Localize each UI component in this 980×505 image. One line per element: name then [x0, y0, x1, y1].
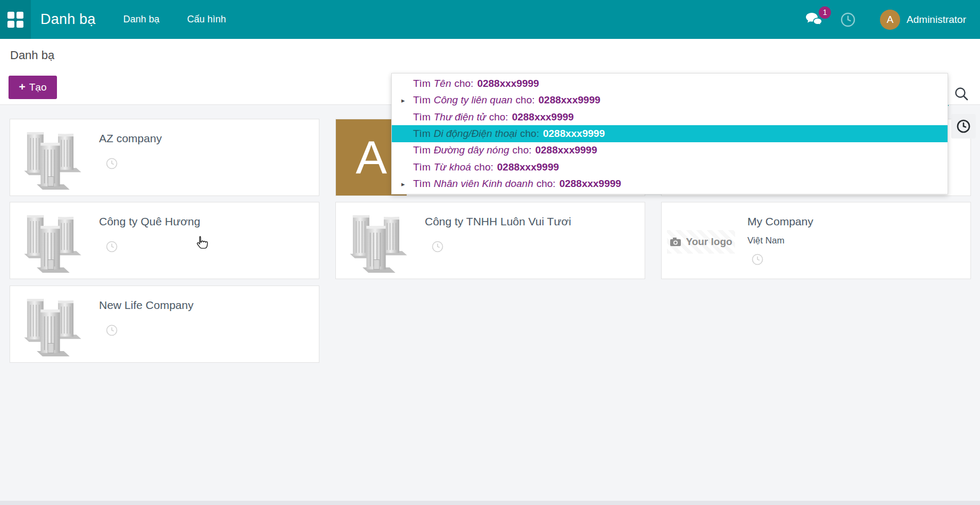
apps-menu-button[interactable]	[0, 0, 31, 39]
app-title: Danh bạ	[31, 11, 109, 28]
contact-name: Công ty Quê Hương	[99, 215, 200, 228]
messages-button[interactable]: 1	[804, 12, 823, 28]
contact-name: My Company	[747, 215, 813, 228]
activities-systray-button[interactable]	[839, 11, 857, 28]
messages-badge: 1	[819, 6, 831, 19]
suggestion-di-dong-dien-thoai-highlighted[interactable]: Tìm Di động/Điện thoại cho: 0288xxx9999	[392, 125, 948, 142]
nav-menu-danh-ba[interactable]: Danh bạ	[109, 0, 173, 39]
top-navbar: Danh bạ Danh bạ Cấu hình 1 A Administrat…	[0, 0, 980, 39]
contact-name: AZ company	[99, 132, 162, 145]
contact-card-new-life[interactable]: New Life Company	[10, 286, 319, 363]
suggestion-nhan-vien-kinh-doanh[interactable]: ▸ Tìm Nhân viên Kinh doanh cho: 0288xxx9…	[392, 176, 948, 192]
expand-arrow-icon[interactable]: ▸	[401, 96, 413, 104]
company-buildings-image	[343, 207, 414, 275]
breadcrumb: Danh bạ	[10, 48, 54, 62]
activity-clock-icon[interactable]	[106, 158, 118, 172]
navbar-systray: 1 A Administrator	[788, 10, 980, 30]
contact-card-my-company[interactable]: Your logo My Company Việt Nam	[661, 202, 971, 279]
contact-country: Việt Nam	[747, 235, 785, 246]
user-avatar[interactable]: A	[880, 10, 900, 30]
create-button[interactable]: + Tạo	[9, 76, 57, 99]
suggestion-duong-day-nong[interactable]: Tìm Đường dây nóng cho: 0288xxx9999	[392, 142, 948, 159]
expand-arrow-icon[interactable]: ▸	[401, 180, 413, 188]
activity-clock-icon[interactable]	[432, 241, 443, 255]
bottom-edge-strip	[0, 501, 980, 505]
company-buildings-image	[18, 207, 88, 275]
contact-card-luon-vui-tuoi[interactable]: Công ty TNHH Luôn Vui Tươi	[335, 202, 645, 279]
suggestion-tu-khoa[interactable]: Tìm Từ khoá cho: 0288xxx9999	[392, 159, 948, 175]
your-logo-placeholder-image: Your logo	[667, 230, 735, 254]
activity-clock-icon	[956, 119, 971, 134]
company-buildings-image	[18, 290, 88, 359]
apps-grid-icon	[7, 12, 23, 28]
clock-icon	[839, 11, 857, 28]
activity-view-switcher[interactable]	[951, 114, 976, 139]
activity-clock-icon[interactable]	[106, 241, 118, 255]
suggestion-cong-ty-lien-quan[interactable]: ▸ Tìm Công ty liên quan cho: 0288xxx9999	[392, 92, 948, 108]
plus-icon: +	[19, 80, 25, 93]
camera-icon	[670, 237, 681, 247]
contact-name: New Life Company	[99, 299, 193, 312]
contact-name: Công ty TNHH Luôn Vui Tươi	[425, 215, 571, 228]
contact-card-que-huong[interactable]: Công ty Quê Hương	[10, 202, 319, 279]
activity-clock-icon[interactable]	[752, 254, 763, 267]
your-logo-label: Your logo	[686, 236, 732, 248]
create-button-label: Tạo	[29, 82, 47, 93]
search-suggestions-dropdown: Tìm Tên cho: 0288xxx9999 ▸ Tìm Công ty l…	[391, 73, 948, 194]
search-submit-button[interactable]	[953, 86, 969, 104]
user-menu[interactable]: Administrator	[907, 14, 966, 26]
suggestion-ten[interactable]: Tìm Tên cho: 0288xxx9999	[392, 75, 948, 92]
activity-clock-icon[interactable]	[106, 324, 118, 338]
nav-menu-cau-hinh[interactable]: Cấu hình	[174, 0, 240, 39]
suggestion-thu-dien-tu[interactable]: Tìm Thư điện tử cho: 0288xxx9999	[392, 109, 948, 125]
company-buildings-image	[18, 124, 88, 192]
contact-card-az-company[interactable]: AZ company	[10, 119, 319, 196]
search-icon	[953, 86, 969, 102]
